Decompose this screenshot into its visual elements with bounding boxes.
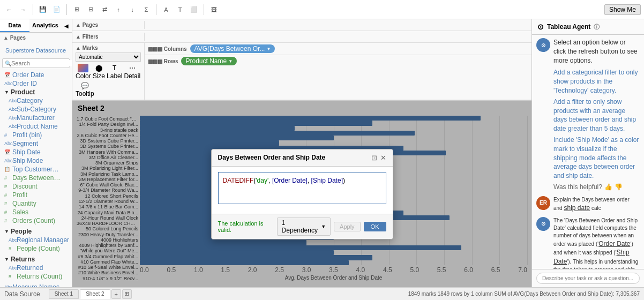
field-sales[interactable]: # Sales <box>2 208 70 216</box>
data-source-tab[interactable]: Data Source <box>4 290 40 298</box>
modal-overlay: Days Between Order and Ship Date ⊡ ✕ DAT… <box>72 101 531 287</box>
field-days-between[interactable]: # Days Between Orde... <box>2 174 70 182</box>
sep4 <box>204 4 204 15</box>
field-measure-names[interactable]: Abc Measure Names <box>2 283 70 287</box>
search-icon: 🔍 <box>5 61 11 66</box>
sheet1-tab[interactable]: Sheet 1 <box>49 289 79 299</box>
thumbs-down-icon-1[interactable]: 👎 <box>615 183 623 192</box>
field-discount[interactable]: # Discount <box>2 182 70 191</box>
field-manufacturer[interactable]: Abc Manufacturer <box>2 114 70 122</box>
field-profit-bin[interactable]: # Profit (bin) <box>2 131 70 139</box>
ok-button[interactable]: OK <box>364 222 386 231</box>
modal-expand-icon[interactable]: ⊡ <box>371 154 377 162</box>
grid-button[interactable]: ⊞ <box>71 4 83 16</box>
option-1[interactable]: Add a categorical filter to only show pr… <box>553 68 640 95</box>
datasource-name[interactable]: Superstore Datasource <box>3 46 69 55</box>
rows-field-tag[interactable]: Product Name ▼ <box>181 57 237 65</box>
format-button[interactable]: ⬜ <box>188 4 200 16</box>
new-button[interactable]: 📄 <box>51 4 63 16</box>
pages-label: ▲ Pages <box>72 21 145 29</box>
agent-info-icon[interactable]: ⓘ <box>594 23 600 31</box>
sep1 <box>33 4 33 15</box>
field-profit[interactable]: # Profit <box>2 191 70 199</box>
field-regional-manager[interactable]: Abc Regional Manager <box>2 236 70 244</box>
marks-shelf: ▲ Marks Automatic Color ⬤ Size <box>72 43 531 100</box>
field-order-id[interactable]: Abc Order ID <box>2 79 70 88</box>
agent-message-1: ⊙ Select an option below or click the re… <box>536 38 640 192</box>
sheet-tabs: Sheet 1 Sheet 2 + ⊞ <box>49 289 132 299</box>
agent-avatar-1: ⊙ <box>536 38 550 52</box>
field-top-customers[interactable]: 📋 Top Customers by P... <box>2 165 70 174</box>
field-returns-count[interactable]: # Returns (Count) <box>2 272 70 281</box>
columns-field-tag[interactable]: AVG(Days Between Or... ▼ <box>190 44 275 53</box>
field-people-count[interactable]: # People (Count) <box>2 244 70 253</box>
search-box: 🔍 ▼ <box>2 58 70 68</box>
search-input[interactable] <box>11 60 72 66</box>
label-icon: T <box>109 64 120 72</box>
tooltip-button[interactable]: 🖼 <box>208 4 220 16</box>
marks-tooltip-btn[interactable]: 💬 Tooltip <box>76 81 94 98</box>
field-segment[interactable]: Abc Segment <box>2 139 70 148</box>
show-me-button[interactable]: Show Me <box>604 4 641 15</box>
agent-message-2: ⊙ The 'Days Between Order and Ship Date'… <box>536 217 640 269</box>
apply-button[interactable]: Apply <box>334 222 361 231</box>
marks-detail-btn[interactable]: ⋯ Detail <box>124 64 140 80</box>
modal-close-icon[interactable]: ✕ <box>380 154 386 162</box>
agent-icon: ⊙ <box>537 22 544 31</box>
rows-field-label: Product Name <box>185 57 227 65</box>
highlight-button[interactable]: A <box>160 4 172 16</box>
user-message-1: ER Explain the Days between order and sh… <box>536 196 640 213</box>
field-returns-group[interactable]: ▼ Returns <box>2 255 70 264</box>
grid-sheet-button[interactable]: ⊞ <box>122 289 132 299</box>
sheet2-tab[interactable]: Sheet 2 <box>80 289 110 299</box>
swap-button[interactable]: ⇄ <box>99 4 110 16</box>
label-button[interactable]: T <box>174 4 186 16</box>
thumbs-up-icon-1[interactable]: 👍 <box>604 183 612 192</box>
field-product-group[interactable]: ▼ Product <box>2 88 70 96</box>
field-subcategory[interactable]: Abc Sub-Category <box>2 105 70 114</box>
new-sheet-button[interactable]: + <box>111 289 121 299</box>
modal-footer: The calculation is valid. 1 Dependency ▼… <box>212 214 393 239</box>
panel-collapse-btn[interactable]: ◀ <box>61 19 72 32</box>
option-2[interactable]: Add a filter to only show products with … <box>553 98 640 133</box>
sort-asc-button[interactable]: ↑ <box>113 4 124 16</box>
field-ship-mode[interactable]: Abc Ship Mode <box>2 156 70 165</box>
option-3[interactable]: Include 'Ship Mode' as a color mark to v… <box>553 136 640 181</box>
back-button[interactable]: ← <box>3 4 15 16</box>
save-button[interactable]: 💾 <box>37 4 49 16</box>
field-order-date[interactable]: 📅 Order Date <box>2 71 70 79</box>
dependency-button[interactable]: 1 Dependency ▼ <box>277 218 331 236</box>
agent-text-2: The 'Days Between Order and Ship Date' c… <box>553 217 640 269</box>
panel-tabs: Data Analytics ◀ <box>0 19 72 33</box>
field-quantity[interactable]: # Quantity <box>2 199 70 208</box>
field-people-group[interactable]: ▼ People <box>2 227 70 236</box>
field-returned[interactable]: Abc Returned <box>2 264 70 272</box>
field-ship-date[interactable]: 📅 Ship Date <box>2 148 70 156</box>
marks-size-btn[interactable]: ⬤ Size <box>93 64 105 80</box>
abc-icon: Abc <box>4 81 11 86</box>
sum-button[interactable]: Σ <box>140 4 152 16</box>
toolbar: ← → 💾 📄 ⊞ ⊟ ⇄ ↑ ↓ Σ A T ⬜ 🖼 Show Me <box>0 0 644 19</box>
agent-input[interactable] <box>536 273 640 284</box>
pages-label[interactable]: ▲ Pages <box>3 35 69 41</box>
table-button[interactable]: ⊟ <box>85 4 96 16</box>
field-category[interactable]: Abc Category <box>2 96 70 105</box>
forward-button[interactable]: → <box>17 4 29 16</box>
user-avatar-1: ER <box>536 196 550 210</box>
size-icon: ⬤ <box>93 64 104 72</box>
rows-shelf: ▩▩▩ Rows Product Name ▼ <box>145 55 531 67</box>
data-tab[interactable]: Data <box>0 19 29 32</box>
marks-type-select[interactable]: Automatic <box>76 52 141 62</box>
marks-color-btn[interactable]: Color <box>76 64 91 80</box>
footer-buttons: 1 Dependency ▼ Apply OK <box>277 218 386 236</box>
analytics-tab[interactable]: Analytics <box>29 19 61 32</box>
columns-label: ▩▩▩ Columns <box>148 46 187 52</box>
field-product-name[interactable]: Abc Product Name <box>2 122 70 131</box>
marks-label-btn[interactable]: T Label <box>107 64 122 80</box>
formula-editor[interactable]: DATEDIFF('day', [Order Date], [Ship Date… <box>218 172 386 204</box>
formula-keyword: DATEDIFF <box>223 177 254 184</box>
fields-section: 📅 Order Date Abc Order ID ▼ Product Abc … <box>0 70 72 287</box>
marks-buttons: Color ⬤ Size T Label ⋯ Detail <box>76 64 141 98</box>
field-orders-count[interactable]: # Orders (Count) <box>2 216 70 225</box>
sort-desc-button[interactable]: ↓ <box>126 4 138 16</box>
